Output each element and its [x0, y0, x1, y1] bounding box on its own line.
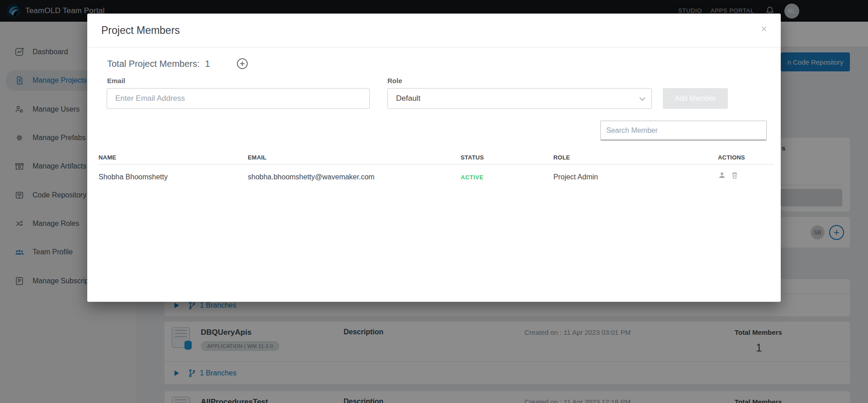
role-selected-value: Default [396, 94, 420, 103]
email-field[interactable] [107, 88, 370, 109]
member-email: shobha.bhoomshetty@wavemaker.com [248, 173, 374, 181]
member-status-badge: ACTIVE [461, 174, 484, 181]
column-header-role: ROLE [553, 154, 570, 161]
chevron-down-icon [638, 94, 647, 103]
total-members-row: Total Project Members: 1 [107, 58, 248, 70]
member-profile-icon[interactable] [718, 171, 726, 179]
column-header-status: STATUS [461, 154, 484, 161]
column-header-name: NAME [99, 154, 116, 161]
close-icon[interactable]: × [761, 23, 767, 34]
total-project-members-label: Total Project Members: [107, 59, 200, 69]
modal-header: Project Members × [87, 14, 781, 47]
project-members-modal: Project Members × Total Project Members:… [87, 14, 781, 302]
app-root: TeamOLD Team Portal STUDIO APPS PORTAL R… [0, 0, 868, 403]
member-name: Shobha Bhoomshetty [99, 173, 168, 181]
add-member-button[interactable]: Add Member [663, 88, 728, 109]
column-header-email: EMAIL [248, 154, 266, 161]
total-project-members-value: 1 [205, 59, 210, 69]
delete-trash-icon[interactable] [731, 171, 739, 179]
search-member-input[interactable] [600, 121, 767, 141]
add-plus-circle-icon[interactable] [236, 58, 248, 70]
modal-title: Project Members [101, 24, 180, 37]
email-label: Email [107, 77, 125, 84]
role-label: Role [387, 77, 402, 84]
divider [99, 164, 774, 164]
member-role: Project Admin [553, 173, 598, 181]
role-select[interactable]: Default [387, 88, 652, 109]
column-header-actions: ACTIONS [718, 154, 745, 161]
